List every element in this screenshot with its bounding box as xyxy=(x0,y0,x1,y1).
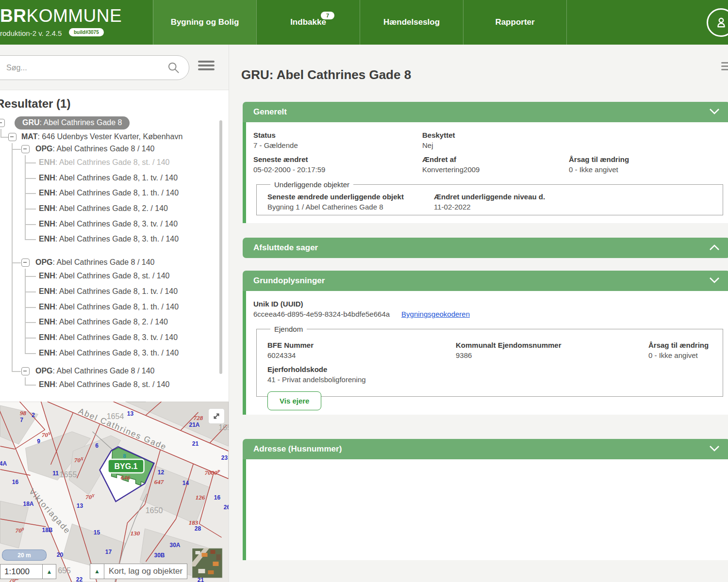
collapse-icon[interactable] xyxy=(21,145,30,153)
vis-ejere-button[interactable]: Vis ejere xyxy=(267,391,321,410)
tab-indbakke[interactable]: Indbakke 7 xyxy=(256,0,360,45)
panel-title: Grundoplysninger xyxy=(253,276,325,286)
field-label: BFE Nummer xyxy=(267,341,456,349)
panel-generelt-body: Status 7 - Gældende Beskyttet Nej Senest… xyxy=(243,122,728,223)
tree-item-enh[interactable]: ENH: Abel Cathrines Gade 8, 3. th. / 140 xyxy=(0,233,229,245)
field-label: Kommunalt Ejendomsnummer xyxy=(456,341,648,349)
tab-bygning-og-bolig[interactable]: Bygning og Bolig xyxy=(153,0,256,45)
svg-text:14: 14 xyxy=(182,480,189,486)
app-header: BRKOMMUNE roduktion-2 v. 2.4.5 build#307… xyxy=(0,0,728,45)
svg-text:1650: 1650 xyxy=(146,506,163,515)
tree-item-opg[interactable]: OPG: Abel Cathrines Gade 8 / 140 xyxy=(0,143,229,155)
tree-item-enh[interactable]: ENH: Abel Cathrines Gade 8, 1. th. / 140 xyxy=(0,301,229,313)
expand-icon xyxy=(212,412,221,420)
field-value: Nej xyxy=(422,141,569,149)
tree-pill-gru: GRU: Abel Cathrines Gade 8 xyxy=(15,116,130,129)
triangle-up-icon: ▲ xyxy=(47,569,52,575)
tree-item-enh[interactable]: ENH: Abel Cathrines Gade 8, st. / 140 xyxy=(0,378,229,391)
collapse-icon[interactable] xyxy=(21,367,30,375)
search-icon[interactable] xyxy=(167,61,180,74)
panel-title: Generelt xyxy=(253,107,287,117)
tree-item-enh[interactable]: ENH: Abel Cathrines Gade 8, 1. tv. / 140 xyxy=(0,172,229,184)
inbox-count-badge: 7 xyxy=(321,12,334,19)
tree-item-enh[interactable]: ENH: Abel Cathrines Gade 8, 1. th. / 140 xyxy=(0,187,229,199)
tree-item-enh[interactable]: ENH: Abel Cathrines Gade 8, st. / 140 xyxy=(0,156,229,169)
chevron-up-icon xyxy=(710,244,719,250)
sidebar-menu-icon[interactable] xyxy=(198,61,215,73)
tab-label: Rapporter xyxy=(495,17,534,27)
logo-light: KOMMUNE xyxy=(26,6,122,26)
panel-afsluttede-header[interactable]: Afsluttede sager xyxy=(243,238,728,258)
search-input[interactable] xyxy=(5,56,153,80)
svg-text:8: 8 xyxy=(123,453,126,459)
map-layers-toggle[interactable]: ▲ xyxy=(90,564,104,579)
main-content: GRU: Abel Cathrines Gade 8 Generelt Stat… xyxy=(229,45,728,582)
fieldset-legend: Underliggende objekter xyxy=(270,180,353,189)
panel-grundoplysninger: Grundoplysninger Unik ID (UUID) 6cceea46… xyxy=(243,271,728,415)
svg-text:655: 655 xyxy=(58,566,71,575)
tree-item-enh[interactable]: ENH: Abel Cathrines Gade 8, 1. tv. / 140 xyxy=(0,285,229,298)
field-aarsag-ejendom: Årsag til ændring 0 - Ikke angivet xyxy=(648,341,723,359)
chevron-down-icon xyxy=(710,446,719,452)
sidebar: Resultater (1) GRU: Abel Cathrines Gade … xyxy=(0,45,229,582)
search-box xyxy=(0,55,189,80)
tree-item-enh[interactable]: ENH: Abel Cathrines Gade 8, 2. / 140 xyxy=(0,202,229,215)
panel-adresse-header[interactable]: Adresse (Husnummer) xyxy=(243,439,728,459)
field-aendret-niveau: Ændret underliggende niveau d. 11-02-202… xyxy=(434,193,723,211)
satellite-thumbnail[interactable] xyxy=(192,548,223,578)
tree-item-enh[interactable]: ENH: Abel Cathrines Gade 8, 3. tv. / 140 xyxy=(0,331,229,344)
collapse-icon[interactable] xyxy=(21,259,30,267)
tree-item-enh[interactable]: ENH: Abel Cathrines Gade 8, 3. tv. / 140 xyxy=(0,218,229,230)
environment-version: roduktion-2 v. 2.4.5 xyxy=(0,29,62,37)
panel-grundoplysninger-header[interactable]: Grundoplysninger xyxy=(243,271,728,291)
svg-text:21: 21 xyxy=(198,577,204,582)
tab-label: Indbakke xyxy=(290,17,326,27)
collapse-icon[interactable] xyxy=(8,133,17,141)
field-status: Status 7 - Gældende xyxy=(253,131,422,149)
svg-text:9: 9 xyxy=(37,438,40,445)
field-value: 7 - Gældende xyxy=(253,141,422,149)
tree-item-mat[interactable]: MAT: 646 Udenbys Vester Kvarter, Københa… xyxy=(0,130,229,143)
svg-text:30B: 30B xyxy=(154,552,165,559)
tree-item-label: ENH: Abel Cathrines Gade 8, st. / 140 xyxy=(39,272,169,280)
field-value: 05-02-2000 - 20:17:59 xyxy=(253,165,422,174)
map-zoom-dropdown[interactable]: ▲ xyxy=(42,564,56,579)
map-zoom-level[interactable]: 1:1000 xyxy=(0,564,46,579)
svg-text:126: 126 xyxy=(196,494,205,501)
collapse-icon[interactable] xyxy=(0,119,5,127)
tree-item-label: ENH: Abel Cathrines Gade 8, st. / 140 xyxy=(39,158,169,167)
map-fullscreen-button[interactable] xyxy=(208,408,225,424)
tree-item-label: ENH: Abel Cathrines Gade 8, 3. tv. / 140 xyxy=(39,220,178,228)
map-panel[interactable]: BYG.1 Abel Cathrines GadeViktoriagade987… xyxy=(0,402,229,582)
field-label: Ændret underliggende niveau d. xyxy=(434,193,723,201)
field-label: Årsag til ændring xyxy=(569,155,728,163)
page-menu-icon[interactable] xyxy=(721,62,728,73)
tree-item-label: OPG: Abel Cathrines Gade 8 / 140 xyxy=(35,367,154,375)
svg-text:12: 12 xyxy=(158,469,165,476)
tree-item-gru[interactable]: GRU: Abel Cathrines Gade 8 xyxy=(0,116,229,129)
svg-text:22: 22 xyxy=(76,576,83,582)
tab-rapporter[interactable]: Rapporter xyxy=(463,0,567,45)
uuid-value: 6cceea46-d895-4e59-8324-b4bdfe5e664a xyxy=(253,310,390,318)
tab-haendelseslog[interactable]: Hændelseslog xyxy=(360,0,463,45)
triangle-up-icon: ▲ xyxy=(94,568,100,574)
tree-item-label: ENH: Abel Cathrines Gade 8, 3. th. / 140 xyxy=(39,235,179,243)
field-value: Konvertering2009 xyxy=(422,165,569,174)
bygningsgeokoderen-link[interactable]: Bygningsgeokoderen xyxy=(401,310,470,318)
result-tree: GRU: Abel Cathrines Gade 8MAT: 646 Udenb… xyxy=(0,90,229,402)
tree-item-enh[interactable]: ENH: Abel Cathrines Gade 8, 3. th. / 140 xyxy=(0,347,229,359)
tree-item-label: ENH: Abel Cathrines Gade 8, 1. tv. / 140 xyxy=(39,174,178,182)
tree-scrollbar[interactable] xyxy=(219,120,222,374)
map-scale-bar: 20 m xyxy=(2,550,47,561)
tree-item-enh[interactable]: ENH: Abel Cathrines Gade 8, st. / 140 xyxy=(0,270,229,282)
chevron-down-icon xyxy=(710,277,719,283)
tree-item-opg[interactable]: OPG: Abel Cathrines Gade 8 / 140 xyxy=(0,256,229,269)
svg-text:646: 646 xyxy=(121,474,131,481)
map-layers-button[interactable]: Kort, lag og objekter xyxy=(104,564,187,579)
user-menu-button[interactable] xyxy=(707,8,728,37)
svg-text:4A: 4A xyxy=(0,460,7,467)
panel-generelt-header[interactable]: Generelt xyxy=(243,102,728,122)
svg-text:6: 6 xyxy=(95,442,99,449)
tree-item-opg[interactable]: OPG: Abel Cathrines Gade 8 / 140 xyxy=(0,365,229,377)
tree-item-enh[interactable]: ENH: Abel Cathrines Gade 8, 2. / 140 xyxy=(0,316,229,328)
